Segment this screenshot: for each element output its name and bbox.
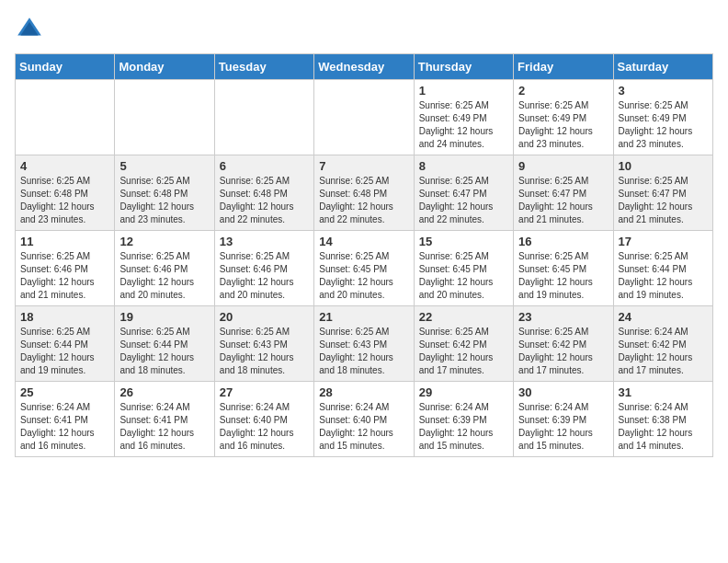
calendar-cell: 21Sunrise: 6:25 AM Sunset: 6:43 PM Dayli… (314, 306, 414, 382)
day-number: 25 (20, 385, 109, 399)
day-number: 1 (419, 84, 508, 98)
day-number: 3 (619, 84, 708, 98)
day-number: 20 (220, 310, 309, 324)
calendar-cell (16, 80, 115, 155)
calendar-cell: 20Sunrise: 6:25 AM Sunset: 6:43 PM Dayli… (214, 306, 313, 382)
calendar-cell (214, 80, 313, 155)
page-header (15, 15, 713, 44)
day-of-week-header: Wednesday (314, 54, 414, 80)
calendar-week-row: 1Sunrise: 6:25 AM Sunset: 6:49 PM Daylig… (16, 80, 713, 155)
day-info: Sunrise: 6:24 AM Sunset: 6:41 PM Dayligh… (20, 401, 109, 453)
day-of-week-header: Thursday (414, 54, 513, 80)
day-info: Sunrise: 6:25 AM Sunset: 6:48 PM Dayligh… (319, 175, 408, 226)
calendar-cell: 16Sunrise: 6:25 AM Sunset: 6:45 PM Dayli… (514, 231, 613, 306)
day-info: Sunrise: 6:25 AM Sunset: 6:49 PM Dayligh… (619, 99, 708, 151)
day-of-week-header: Tuesday (214, 54, 313, 80)
day-of-week-header: Sunday (16, 54, 115, 80)
day-info: Sunrise: 6:24 AM Sunset: 6:42 PM Dayligh… (619, 326, 708, 377)
day-number: 24 (619, 310, 708, 324)
day-info: Sunrise: 6:24 AM Sunset: 6:40 PM Dayligh… (220, 401, 309, 453)
calendar-cell: 3Sunrise: 6:25 AM Sunset: 6:49 PM Daylig… (613, 80, 712, 155)
calendar-week-row: 18Sunrise: 6:25 AM Sunset: 6:44 PM Dayli… (16, 306, 713, 382)
calendar-cell: 25Sunrise: 6:24 AM Sunset: 6:41 PM Dayli… (16, 382, 115, 457)
calendar-cell: 10Sunrise: 6:25 AM Sunset: 6:47 PM Dayli… (613, 155, 712, 231)
calendar-cell: 26Sunrise: 6:24 AM Sunset: 6:41 PM Dayli… (115, 382, 214, 457)
day-number: 12 (119, 235, 209, 248)
calendar-cell: 30Sunrise: 6:24 AM Sunset: 6:39 PM Dayli… (514, 382, 613, 457)
day-info: Sunrise: 6:25 AM Sunset: 6:49 PM Dayligh… (518, 99, 608, 151)
calendar-header-row: SundayMondayTuesdayWednesdayThursdayFrid… (16, 54, 713, 80)
day-number: 23 (518, 310, 608, 324)
day-info: Sunrise: 6:24 AM Sunset: 6:38 PM Dayligh… (619, 401, 708, 453)
calendar-cell: 5Sunrise: 6:25 AM Sunset: 6:48 PM Daylig… (115, 155, 214, 231)
calendar-cell: 22Sunrise: 6:25 AM Sunset: 6:42 PM Dayli… (414, 306, 513, 382)
day-info: Sunrise: 6:25 AM Sunset: 6:46 PM Dayligh… (20, 250, 109, 302)
day-info: Sunrise: 6:25 AM Sunset: 6:46 PM Dayligh… (220, 250, 309, 302)
day-info: Sunrise: 6:25 AM Sunset: 6:47 PM Dayligh… (619, 175, 708, 226)
day-number: 15 (419, 235, 508, 248)
day-info: Sunrise: 6:25 AM Sunset: 6:45 PM Dayligh… (419, 250, 508, 302)
day-info: Sunrise: 6:25 AM Sunset: 6:49 PM Dayligh… (419, 99, 508, 151)
calendar-cell: 28Sunrise: 6:24 AM Sunset: 6:40 PM Dayli… (314, 382, 414, 457)
day-of-week-header: Friday (514, 54, 613, 80)
day-number: 26 (119, 385, 209, 399)
day-number: 17 (619, 235, 708, 248)
calendar-cell: 31Sunrise: 6:24 AM Sunset: 6:38 PM Dayli… (613, 382, 712, 457)
day-number: 30 (518, 385, 608, 399)
day-info: Sunrise: 6:25 AM Sunset: 6:45 PM Dayligh… (319, 250, 408, 302)
day-info: Sunrise: 6:25 AM Sunset: 6:42 PM Dayligh… (419, 326, 508, 377)
calendar-week-row: 11Sunrise: 6:25 AM Sunset: 6:46 PM Dayli… (16, 231, 713, 306)
day-number: 18 (20, 310, 109, 324)
day-number: 31 (619, 385, 708, 399)
calendar-cell: 19Sunrise: 6:25 AM Sunset: 6:44 PM Dayli… (115, 306, 214, 382)
day-info: Sunrise: 6:25 AM Sunset: 6:42 PM Dayligh… (518, 326, 608, 377)
day-number: 13 (220, 235, 309, 248)
day-number: 14 (319, 235, 408, 248)
calendar-cell: 18Sunrise: 6:25 AM Sunset: 6:44 PM Dayli… (16, 306, 115, 382)
calendar-cell: 6Sunrise: 6:25 AM Sunset: 6:48 PM Daylig… (214, 155, 313, 231)
calendar-cell: 11Sunrise: 6:25 AM Sunset: 6:46 PM Dayli… (16, 231, 115, 306)
day-number: 27 (220, 385, 309, 399)
calendar-cell: 8Sunrise: 6:25 AM Sunset: 6:47 PM Daylig… (414, 155, 513, 231)
calendar-cell (314, 80, 414, 155)
day-info: Sunrise: 6:25 AM Sunset: 6:44 PM Dayligh… (119, 326, 209, 377)
day-number: 21 (319, 310, 408, 324)
day-info: Sunrise: 6:25 AM Sunset: 6:47 PM Dayligh… (518, 175, 608, 226)
day-number: 16 (518, 235, 608, 248)
day-info: Sunrise: 6:25 AM Sunset: 6:48 PM Dayligh… (119, 175, 209, 226)
calendar-cell: 17Sunrise: 6:25 AM Sunset: 6:44 PM Dayli… (613, 231, 712, 306)
day-number: 2 (518, 84, 608, 98)
calendar-week-row: 25Sunrise: 6:24 AM Sunset: 6:41 PM Dayli… (16, 382, 713, 457)
logo (15, 15, 48, 44)
day-info: Sunrise: 6:24 AM Sunset: 6:40 PM Dayligh… (319, 401, 408, 453)
day-number: 29 (419, 385, 508, 399)
calendar-cell: 24Sunrise: 6:24 AM Sunset: 6:42 PM Dayli… (613, 306, 712, 382)
day-info: Sunrise: 6:25 AM Sunset: 6:48 PM Dayligh… (20, 175, 109, 226)
day-info: Sunrise: 6:25 AM Sunset: 6:43 PM Dayligh… (319, 326, 408, 377)
day-info: Sunrise: 6:25 AM Sunset: 6:48 PM Dayligh… (220, 175, 309, 226)
day-info: Sunrise: 6:25 AM Sunset: 6:43 PM Dayligh… (220, 326, 309, 377)
day-info: Sunrise: 6:25 AM Sunset: 6:44 PM Dayligh… (20, 326, 109, 377)
calendar-week-row: 4Sunrise: 6:25 AM Sunset: 6:48 PM Daylig… (16, 155, 713, 231)
calendar-cell: 14Sunrise: 6:25 AM Sunset: 6:45 PM Dayli… (314, 231, 414, 306)
calendar-cell (115, 80, 214, 155)
day-number: 28 (319, 385, 408, 399)
day-of-week-header: Monday (115, 54, 214, 80)
day-number: 19 (119, 310, 209, 324)
calendar-cell: 7Sunrise: 6:25 AM Sunset: 6:48 PM Daylig… (314, 155, 414, 231)
calendar-cell: 15Sunrise: 6:25 AM Sunset: 6:45 PM Dayli… (414, 231, 513, 306)
calendar-cell: 27Sunrise: 6:24 AM Sunset: 6:40 PM Dayli… (214, 382, 313, 457)
calendar-cell: 13Sunrise: 6:25 AM Sunset: 6:46 PM Dayli… (214, 231, 313, 306)
day-number: 22 (419, 310, 508, 324)
calendar-table: SundayMondayTuesdayWednesdayThursdayFrid… (15, 53, 713, 457)
day-info: Sunrise: 6:24 AM Sunset: 6:39 PM Dayligh… (518, 401, 608, 453)
calendar-cell: 2Sunrise: 6:25 AM Sunset: 6:49 PM Daylig… (514, 80, 613, 155)
calendar-cell: 9Sunrise: 6:25 AM Sunset: 6:47 PM Daylig… (514, 155, 613, 231)
day-number: 8 (419, 159, 508, 173)
day-of-week-header: Saturday (613, 54, 712, 80)
calendar-cell: 4Sunrise: 6:25 AM Sunset: 6:48 PM Daylig… (16, 155, 115, 231)
calendar-cell: 12Sunrise: 6:25 AM Sunset: 6:46 PM Dayli… (115, 231, 214, 306)
day-info: Sunrise: 6:24 AM Sunset: 6:39 PM Dayligh… (419, 401, 508, 453)
logo-icon (15, 15, 44, 44)
day-number: 9 (518, 159, 608, 173)
